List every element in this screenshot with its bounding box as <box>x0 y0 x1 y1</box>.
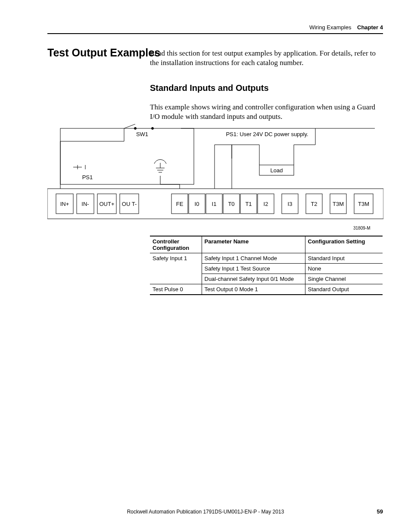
page-number: 59 <box>377 508 383 515</box>
terminal-label: I1 <box>212 201 217 207</box>
sw1-label: SW1 <box>136 131 148 137</box>
terminal-label: I0 <box>195 201 199 207</box>
terminal-label: OUT+ <box>99 201 114 207</box>
figure-id: 31809-M <box>353 226 370 230</box>
th-controller-config: Controller Configuration <box>150 236 202 253</box>
ps1-symbol: PS1 <box>73 165 93 180</box>
terminal-label: IN- <box>81 201 89 207</box>
th-config-setting: Configuration Setting <box>305 236 383 253</box>
th-parameter-name: Parameter Name <box>202 236 305 253</box>
terminal-label: T3M <box>358 201 369 207</box>
cell-config-setting: Single Channel <box>305 274 383 284</box>
svg-point-3 <box>152 128 154 130</box>
table-row: Safety Input 1 Safety Input 1 Channel Mo… <box>150 253 383 264</box>
running-title: Wiring Examples <box>309 24 352 31</box>
table-row: Test Pulse 0 Test Output 0 Mode 1 Standa… <box>150 284 383 295</box>
terminal-label: IN+ <box>60 201 69 207</box>
cell-controller-config: Safety Input 1 <box>150 253 202 284</box>
ps1-note: PS1: User 24V DC power supply. <box>226 131 308 137</box>
terminal-label: I2 <box>264 201 268 207</box>
cell-parameter-name: Dual-channel Safety Input 0/1 Mode <box>202 274 305 284</box>
load-label: Load <box>271 167 283 174</box>
page: Wiring Examples Chapter 4 Test Output Ex… <box>0 0 411 532</box>
header-rule <box>47 33 383 34</box>
svg-line-1 <box>124 124 135 128</box>
terminal-label: T2 <box>311 201 317 207</box>
svg-rect-0 <box>60 128 194 184</box>
cell-config-setting: Standard Output <box>305 284 383 295</box>
section-heading: Test Output Examples <box>47 47 160 59</box>
cell-config-setting: Standard Input <box>305 253 383 264</box>
cell-controller-config: Test Pulse 0 <box>150 284 202 295</box>
terminal-label: T1 <box>245 201 252 207</box>
intro-paragraph: Read this section for test output exampl… <box>150 49 383 68</box>
table-header-row: Controller Configuration Parameter Name … <box>150 236 383 253</box>
terminal-label: FE <box>176 201 184 207</box>
wiring-diagram: SW1 PS1 PS1: User 24V DC power supply. <box>47 124 383 223</box>
subsection-heading: Standard Inputs and Outputs <box>150 83 269 93</box>
terminal-label: T0 <box>228 201 234 207</box>
footer-publication: Rockwell Automation Publication 1791DS-U… <box>0 509 411 515</box>
config-table: Controller Configuration Parameter Name … <box>150 236 383 295</box>
ps1-label: PS1 <box>82 174 93 180</box>
terminal-label: I3 <box>288 201 293 207</box>
terminal-label: T3M <box>333 201 344 207</box>
cell-parameter-name: Safety Input 1 Channel Mode <box>202 253 305 264</box>
running-header: Wiring Examples Chapter 4 <box>47 24 383 31</box>
cell-parameter-name: Safety Input 1 Test Source <box>202 264 305 274</box>
svg-point-2 <box>134 128 137 130</box>
subsection-paragraph: This example shows wiring and controller… <box>150 103 383 121</box>
cell-config-setting: None <box>305 264 383 274</box>
terminal-label: OU T- <box>122 201 137 207</box>
page-header: Wiring Examples Chapter 4 <box>47 24 383 34</box>
chapter-label: Chapter 4 <box>357 24 383 31</box>
cell-parameter-name: Test Output 0 Mode 1 <box>202 284 305 295</box>
